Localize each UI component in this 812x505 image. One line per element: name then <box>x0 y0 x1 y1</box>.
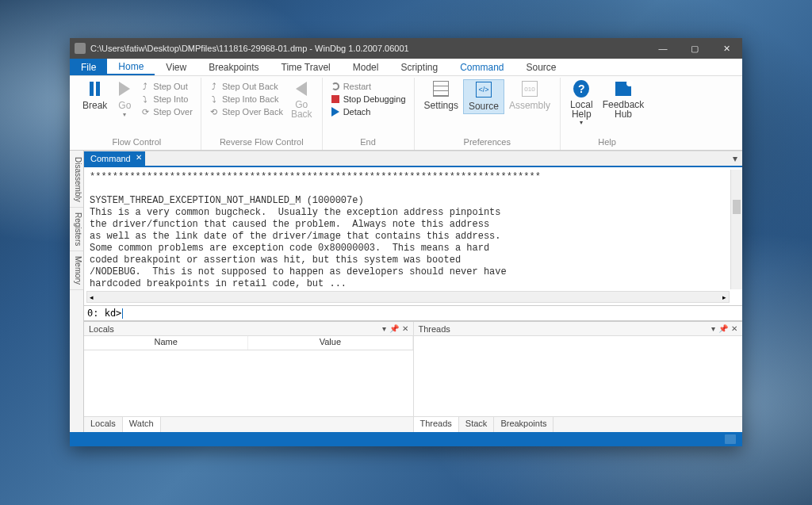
side-tab-memory[interactable]: Memory <box>70 251 83 290</box>
locals-tabs: Locals Watch <box>84 416 413 432</box>
horizontal-scrollbar[interactable]: ◂▸ <box>86 291 730 303</box>
go-back-button[interactable]: Go Back <box>286 79 317 121</box>
threads-header[interactable]: Threads ▾ 📌 ✕ <box>414 322 743 336</box>
step-into-button[interactable]: ⤵Step Into <box>137 94 196 105</box>
command-output-panel: ****************************************… <box>84 166 742 305</box>
statusbar <box>70 432 742 446</box>
local-help-button[interactable]: ? Local Help ▾ <box>565 79 598 128</box>
close-panel-icon[interactable]: ✕ <box>731 324 737 333</box>
col-name[interactable]: Name <box>84 336 248 350</box>
minimize-button[interactable]: — <box>647 38 679 59</box>
step-over-back-icon: ⟲ <box>209 107 219 117</box>
restart-button[interactable]: Restart <box>327 81 409 92</box>
group-flow-label: Flow Control <box>113 136 162 148</box>
detach-button[interactable]: Detach <box>327 106 409 117</box>
tab-stack[interactable]: Stack <box>459 417 495 432</box>
maximize-button[interactable]: ▢ <box>679 38 710 59</box>
pause-icon <box>90 82 100 96</box>
source-pref-button[interactable]: </> Source <box>463 79 504 114</box>
doc-tabs-dropdown[interactable]: ▾ <box>733 151 742 166</box>
step-over-icon: ⟳ <box>140 107 150 117</box>
cursor <box>122 308 123 319</box>
assembly-pref-button[interactable]: 010 Assembly <box>504 79 555 113</box>
group-flow-control: Break Go ▾ ⤴Step Out ⤵Step Into ⟳Step Ov… <box>73 78 201 150</box>
locals-columns: Name Value <box>84 336 413 350</box>
panel-dropdown-icon[interactable]: ▾ <box>382 324 386 333</box>
tab-scripting[interactable]: Scripting <box>389 59 449 75</box>
col-value[interactable]: Value <box>248 336 412 350</box>
tab-file[interactable]: File <box>70 59 107 75</box>
tab-watch[interactable]: Watch <box>123 417 161 432</box>
panel-dropdown-icon[interactable]: ▾ <box>711 324 715 333</box>
scrollbar-thumb[interactable] <box>733 200 741 214</box>
step-over-back-button[interactable]: ⟲Step Over Back <box>206 106 286 117</box>
step-into-back-icon: ⤵ <box>209 94 219 104</box>
step-out-icon: ⤴ <box>140 82 150 91</box>
break-button[interactable]: Break <box>78 79 112 113</box>
source-icon: </> <box>476 82 492 98</box>
settings-button[interactable]: Settings <box>419 79 463 113</box>
threads-panel: Threads ▾ 📌 ✕ Threads Stack Breakpoints <box>414 322 743 432</box>
titlebar[interactable]: C:\Users\fatiw\Desktop\DMPfiles\111816-2… <box>70 38 742 59</box>
command-prompt: 0: kd> <box>87 308 121 319</box>
tab-view[interactable]: View <box>155 59 197 75</box>
main-area: Command ✕ ▾ ****************************… <box>84 151 742 432</box>
titlebar-text: C:\Users\fatiw\Desktop\DMPfiles\111816-2… <box>90 44 647 53</box>
status-icon[interactable] <box>725 434 736 444</box>
tab-breakpoints[interactable]: Breakpoints <box>197 59 270 75</box>
close-tab-icon[interactable]: ✕ <box>136 153 142 162</box>
play-icon <box>119 82 130 96</box>
ribbon-tabs: File Home View Breakpoints Time Travel M… <box>70 59 742 76</box>
locals-body: Name Value <box>84 336 413 416</box>
step-into-back-button[interactable]: ⤵Step Into Back <box>206 94 286 105</box>
command-input[interactable]: 0: kd> <box>84 305 742 321</box>
tab-command[interactable]: Command <box>449 59 515 75</box>
go-label: Go <box>118 100 131 111</box>
locals-panel: Locals ▾ 📌 ✕ Name Value Locals <box>84 322 414 432</box>
close-button[interactable]: ✕ <box>710 38 742 59</box>
stop-icon <box>331 95 339 103</box>
help-icon: ? <box>573 80 589 98</box>
play-back-icon <box>296 82 307 96</box>
feedback-icon <box>615 82 631 96</box>
go-back-label: Go Back <box>291 100 312 119</box>
side-tabs: Disassembly Registers Memory <box>70 151 84 432</box>
step-out-back-button[interactable]: ⤴Step Out Back <box>206 81 286 92</box>
side-tab-registers[interactable]: Registers <box>70 208 83 251</box>
bottom-panels: Locals ▾ 📌 ✕ Name Value Locals <box>84 321 742 432</box>
doc-tab-command[interactable]: Command ✕ <box>84 151 145 166</box>
go-button[interactable]: Go ▾ <box>112 79 137 120</box>
tab-model[interactable]: Model <box>342 59 390 75</box>
tab-breakpoints-bottom[interactable]: Breakpoints <box>494 417 553 432</box>
group-help-label: Help <box>598 136 616 148</box>
step-out-back-icon: ⤴ <box>209 82 219 91</box>
group-reverse-flow-label: Reverse Flow Control <box>220 136 304 148</box>
group-help: ? Local Help ▾ Feedback Hub Help <box>561 78 653 150</box>
tab-source[interactable]: Source <box>515 59 568 75</box>
group-preferences: Settings </> Source 010 Assembly Prefere… <box>415 78 561 150</box>
assembly-icon: 010 <box>522 81 538 97</box>
pin-icon[interactable]: 📌 <box>389 324 399 333</box>
locals-header[interactable]: Locals ▾ 📌 ✕ <box>84 322 413 336</box>
group-end-label: End <box>360 136 376 148</box>
tab-home[interactable]: Home <box>107 59 155 75</box>
content-area: Disassembly Registers Memory Command ✕ ▾… <box>70 151 742 432</box>
tab-locals[interactable]: Locals <box>84 417 123 432</box>
app-icon <box>75 43 86 54</box>
step-out-button[interactable]: ⤴Step Out <box>137 81 196 92</box>
threads-tabs: Threads Stack Breakpoints <box>414 416 743 432</box>
vertical-scrollbar[interactable] <box>730 170 742 289</box>
group-reverse-flow: ⤴Step Out Back ⤵Step Into Back ⟲Step Ove… <box>201 78 323 150</box>
side-tab-disassembly[interactable]: Disassembly <box>70 152 83 208</box>
detach-icon <box>331 107 339 117</box>
close-panel-icon[interactable]: ✕ <box>402 324 408 333</box>
pin-icon[interactable]: 📌 <box>718 324 728 333</box>
step-over-button[interactable]: ⟳Step Over <box>137 106 196 117</box>
tab-threads[interactable]: Threads <box>414 417 459 432</box>
group-end: Restart Stop Debugging Detach End <box>323 78 415 150</box>
document-tabs: Command ✕ ▾ <box>84 151 742 166</box>
feedback-hub-button[interactable]: Feedback Hub <box>598 79 649 121</box>
stop-debugging-button[interactable]: Stop Debugging <box>327 94 409 105</box>
tab-time-travel[interactable]: Time Travel <box>270 59 342 75</box>
command-text[interactable]: ****************************************… <box>86 170 730 289</box>
